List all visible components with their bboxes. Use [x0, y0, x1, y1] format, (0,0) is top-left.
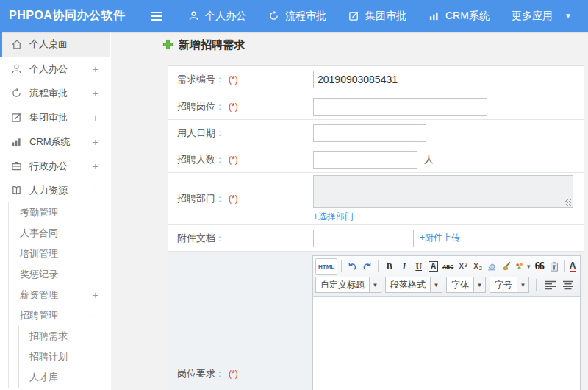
chevron-down-icon: ▼ — [564, 12, 572, 20]
sidebar-menu: 个人桌面 个人办公 + 流程审批 + — [0, 32, 110, 388]
attachment-upload-link[interactable]: +附件上传 — [420, 232, 460, 244]
subscript-button[interactable]: X₂ — [470, 260, 484, 274]
chevron-down-icon: ▼ — [526, 263, 531, 270]
sidebar-item-administrative-office: 行政办公 + — [0, 154, 110, 178]
expand-icon[interactable]: + — [93, 160, 98, 172]
sidebar-item-label: 人才库 — [29, 371, 58, 384]
italic-button[interactable]: I — [397, 260, 411, 274]
demand-number-input[interactable] — [313, 71, 542, 88]
toolbar-separator — [564, 260, 565, 272]
main-content: 新增招聘需求 需求编号： (*) 招聘岗位： (*) 用人日期： — [111, 32, 588, 390]
sidebar-item-attendance: 考勤管理 — [9, 202, 110, 223]
sidebar-item-recruit-plan: 招聘计划 — [19, 347, 110, 367]
process-icon — [10, 88, 23, 99]
sidebar: 个人桌面 个人办公 + 流程审批 + — [0, 32, 110, 390]
department-textarea[interactable] — [313, 175, 573, 208]
underline-button[interactable]: U — [412, 260, 426, 274]
align-left-icon[interactable] — [543, 278, 557, 292]
select-department-link[interactable]: +选择部门 — [313, 210, 354, 223]
attachment-input[interactable] — [313, 230, 414, 247]
undo-icon[interactable] — [345, 260, 359, 274]
font-family-select[interactable]: 字体 ▼ — [446, 277, 486, 293]
collapse-icon[interactable]: − — [93, 310, 98, 322]
form-row-hire-date: 用人日期： — [168, 120, 584, 146]
topnav-label: 集团审批 — [365, 10, 406, 23]
field-label: 需求编号： (*) — [168, 66, 309, 93]
sidebar-item-label: 集团审批 — [29, 111, 68, 124]
sidebar-item-training: 培训管理 — [9, 244, 110, 264]
redo-icon[interactable] — [360, 260, 374, 274]
field-label: 附件文档： — [168, 225, 309, 251]
plus-icon — [162, 39, 173, 52]
chart-icon — [429, 10, 440, 21]
paragraph-format-select[interactable]: 段落格式 ▼ — [385, 277, 442, 293]
font-style-button[interactable]: A — [429, 261, 438, 272]
sidebar-item-recruit-demand: 招聘需求 — [19, 326, 110, 347]
sidebar-submenu-recruitment: 招聘需求 招聘计划 人才库 — [18, 326, 110, 388]
form-row-demand-number: 需求编号： (*) — [168, 66, 584, 93]
sidebar-item-salary: 薪资管理 + — [9, 285, 110, 305]
expand-icon[interactable]: + — [93, 63, 98, 75]
chevron-down-icon: ▼ — [577, 263, 578, 270]
paste-icon[interactable] — [547, 260, 561, 274]
format-brush-icon[interactable] — [500, 260, 514, 274]
blockquote-icon[interactable]: 66 — [532, 260, 546, 274]
expand-icon[interactable]: + — [93, 88, 98, 99]
topnav-process-approval[interactable]: 流程审批 — [268, 10, 326, 23]
sidebar-item-label: CRM系统 — [29, 135, 71, 149]
topnav-label: 流程审批 — [285, 10, 326, 23]
topnav-more-apps[interactable]: 更多应用 ▼ — [512, 10, 572, 23]
bold-button[interactable]: B — [382, 260, 396, 274]
eraser-icon[interactable] — [485, 260, 499, 274]
required-marker: (*) — [229, 74, 238, 85]
edit-icon — [348, 10, 359, 21]
sidebar-item-label: 人事合同 — [20, 227, 58, 240]
sidebar-item-recruitment: 招聘管理 − 招聘需求 招聘计划 人才库 — [9, 305, 110, 388]
page-title: 新增招聘需求 — [162, 38, 245, 52]
topnav-group-approval[interactable]: 集团审批 — [348, 10, 406, 23]
user-icon — [188, 10, 199, 21]
process-icon — [268, 10, 279, 21]
collapse-icon[interactable]: − — [93, 185, 98, 196]
page-title-text: 新增招聘需求 — [179, 38, 245, 52]
sidebar-item-talent-pool: 人才库 — [19, 367, 110, 388]
strikethrough-button[interactable]: ABC — [441, 260, 455, 274]
color-palette-icon[interactable]: ▼ — [514, 260, 531, 274]
topnav-crm-system[interactable]: CRM系统 — [429, 10, 490, 23]
headcount-unit: 人 — [424, 153, 434, 166]
position-input[interactable] — [313, 98, 487, 116]
topbar: PHPOA协同办公软件 个人办公 流程审批 集团审批 CRM系统 更多应用 ▼ — [0, 0, 588, 32]
sidebar-item-hr-contract: 人事合同 — [9, 223, 110, 244]
sidebar-item-label: 流程审批 — [29, 87, 68, 100]
font-size-select[interactable]: 字号 ▼ — [490, 277, 529, 293]
user-icon — [10, 63, 23, 75]
superscript-button[interactable]: X² — [456, 260, 470, 274]
field-label: 招聘岗位： (*) — [168, 93, 309, 119]
required-marker: (*) — [229, 369, 238, 379]
chevron-down-icon: ▼ — [430, 277, 442, 292]
sidebar-item-group-approval: 集团审批 + — [0, 105, 110, 130]
expand-icon[interactable]: + — [93, 136, 98, 148]
html-source-button[interactable]: HTML — [315, 258, 337, 275]
required-marker: (*) — [229, 194, 238, 204]
recruitment-form: 需求编号： (*) 招聘岗位： (*) 用人日期： — [168, 65, 584, 390]
expand-icon[interactable]: + — [93, 289, 98, 301]
toolbar-separator — [341, 260, 342, 272]
topnav-label: 更多应用 — [512, 10, 553, 23]
expand-icon[interactable]: + — [93, 112, 98, 124]
topnav-personal-office[interactable]: 个人办公 — [188, 10, 246, 23]
font-color-button[interactable]: A ▼ — [569, 260, 578, 274]
sidebar-item-crm-system: CRM系统 + — [0, 130, 110, 154]
custom-title-select[interactable]: 自定义标题 ▼ — [315, 277, 381, 293]
edit-icon — [10, 112, 23, 124]
form-row-headcount: 招聘人数： (*) 人 — [168, 146, 584, 173]
chart-icon — [10, 136, 23, 148]
hire-date-input[interactable] — [313, 124, 426, 142]
headcount-input[interactable] — [313, 151, 417, 169]
sidebar-item-rewards: 奖惩记录 — [9, 264, 110, 285]
form-row-attachment: 附件文档： +附件上传 — [168, 225, 584, 252]
hamburger-menu-icon[interactable] — [150, 11, 163, 21]
sidebar-item-label: 人力资源 — [29, 184, 68, 197]
align-center-icon[interactable] — [561, 278, 575, 292]
editor-content-area[interactable] — [313, 297, 580, 390]
